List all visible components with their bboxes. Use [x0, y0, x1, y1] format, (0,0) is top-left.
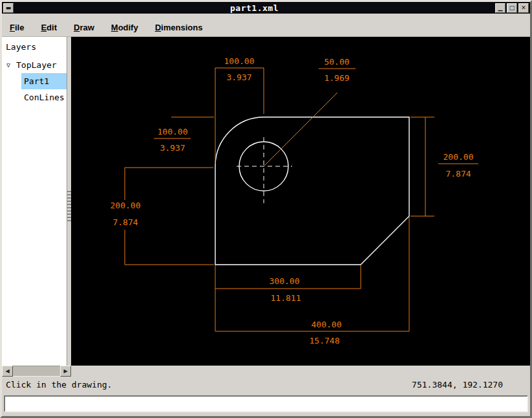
menu-edit[interactable]: Edit	[41, 23, 57, 32]
close-icon: ✕	[521, 5, 526, 11]
expander-icon[interactable]: ▽	[6, 62, 14, 69]
window-menu-icon: ▬	[6, 5, 12, 11]
maximize-icon: □	[509, 5, 515, 11]
close-button[interactable]: ✕	[518, 3, 529, 13]
centerlines[interactable]	[237, 137, 292, 203]
app-window: ▬ part1.xml ▁ □ ✕ File Edit Draw Modify …	[0, 0, 532, 418]
scroll-right-button[interactable]: ▶	[60, 366, 71, 377]
dim-secondary: 7.874	[112, 217, 138, 227]
dim-right-height-lines[interactable]	[410, 117, 478, 216]
status-message: Click in the drawing.	[6, 380, 112, 390]
titlebar: ▬ part1.xml ▁ □ ✕	[2, 2, 530, 14]
dim-primary: 300.00	[270, 276, 300, 286]
statusbar: Click in the drawing. 751.3844, 192.1270	[2, 377, 530, 392]
menu-modify[interactable]: Modify	[111, 23, 138, 32]
minimize-icon: ▁	[498, 5, 503, 11]
scroll-left-button[interactable]: ◀	[2, 366, 13, 377]
window-title: part1.xml	[15, 3, 494, 13]
layer-item-conlines[interactable]: ConLines	[21, 89, 67, 105]
dim-primary: 100.00	[224, 56, 255, 66]
dim-bottom-width[interactable]: 300.00 11.811	[270, 276, 301, 303]
dim-primary: 100.00	[158, 127, 188, 137]
command-input[interactable]	[4, 395, 528, 412]
layers-panel-title: Layers	[2, 37, 67, 57]
cursor-coordinates: 751.3844, 192.1270	[412, 380, 503, 390]
menu-draw[interactable]: Draw	[74, 23, 94, 32]
scrollbar-trough[interactable]	[13, 366, 60, 377]
scroll-strip-filler	[71, 366, 530, 377]
dim-total-width-lines[interactable]	[215, 217, 409, 331]
dim-primary: 400.00	[312, 320, 342, 329]
scroll-strip: ◀ ▶	[2, 366, 530, 377]
dim-primary: 50.00	[324, 57, 349, 67]
dim-secondary: 3.937	[226, 72, 251, 82]
scroll-right-icon: ▶	[63, 368, 67, 374]
layers-panel: Layers ▽ TopLayer Part1 ConLines	[2, 37, 67, 366]
menu-file[interactable]: File	[10, 23, 24, 32]
scroll-left-icon: ◀	[5, 368, 9, 374]
dim-secondary: 11.811	[271, 293, 301, 303]
layer-label: TopLayer	[16, 60, 57, 70]
layer-label: Part1	[24, 76, 49, 86]
layer-item-part1[interactable]: Part1	[21, 73, 67, 89]
layers-hscrollbar[interactable]: ◀ ▶	[2, 366, 71, 377]
dim-left-offset[interactable]: 100.00 3.937	[158, 127, 188, 153]
part-outline[interactable]	[215, 117, 409, 265]
dim-secondary: 3.937	[160, 143, 185, 153]
drawing-canvas[interactable]: 100.00 3.937 50.00 1.969 100.00 3.937 20…	[71, 37, 530, 366]
dim-secondary: 1.969	[324, 73, 349, 83]
dim-secondary: 15.748	[310, 336, 340, 346]
command-area	[2, 392, 530, 416]
dim-primary: 200.00	[111, 201, 141, 210]
dim-right-height[interactable]: 200.00 7.874	[443, 152, 474, 179]
layer-label: ConLines	[24, 93, 65, 102]
cad-drawing: 100.00 3.937 50.00 1.969 100.00 3.937 20…	[71, 37, 530, 364]
dim-total-width[interactable]: 400.00 15.748	[310, 320, 342, 346]
layer-item-toplayer[interactable]: ▽ TopLayer	[2, 57, 67, 73]
menubar: File Edit Draw Modify Dimensions	[2, 14, 530, 37]
window-menu-button[interactable]: ▬	[3, 3, 14, 13]
main-content: Layers ▽ TopLayer Part1 ConLines	[2, 37, 530, 366]
minimize-button[interactable]: ▁	[495, 3, 505, 13]
menu-dimensions[interactable]: Dimensions	[155, 23, 203, 32]
dim-top-width-lines[interactable]	[215, 68, 264, 164]
dim-secondary: 7.874	[445, 169, 471, 179]
dim-top-width[interactable]: 100.00 3.937	[224, 56, 255, 82]
dim-primary: 200.00	[443, 152, 474, 162]
maximize-button[interactable]: □	[507, 3, 517, 13]
dim-radius[interactable]: 50.00 1.969	[324, 57, 349, 83]
